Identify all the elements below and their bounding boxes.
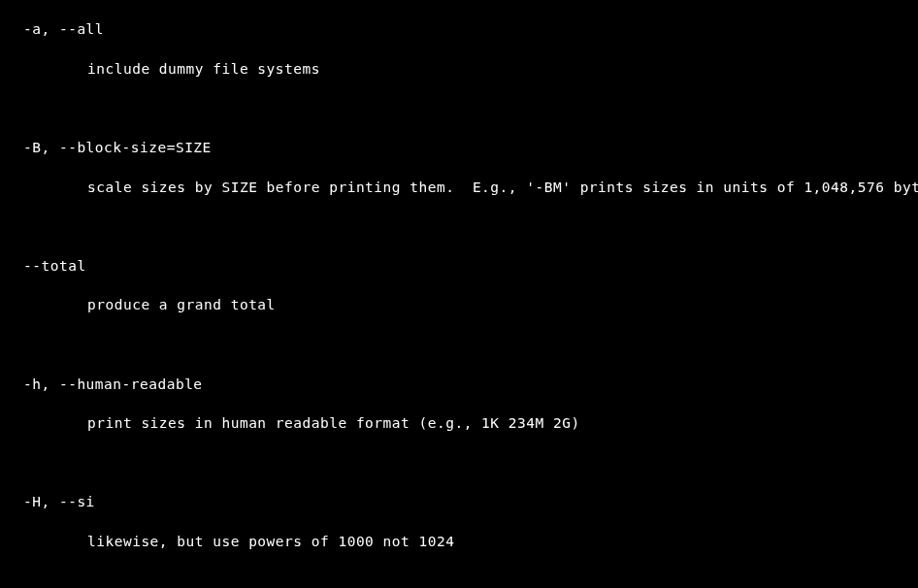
option-flag: --total — [0, 256, 918, 276]
blank-line — [0, 453, 918, 473]
blank-line — [0, 216, 918, 236]
option-flag: -H, --si — [0, 492, 918, 511]
option-desc: likewise, but use powers of 1000 not 102… — [0, 532, 918, 551]
option-desc: print sizes in human readable format (e.… — [0, 413, 918, 433]
option-desc: produce a grand total — [0, 295, 918, 314]
option-flag: -a, --all — [0, 19, 918, 39]
option-flag: -B, --block-size=SIZE — [0, 138, 918, 157]
blank-line — [0, 572, 918, 588]
option-desc: include dummy file systems — [0, 59, 918, 79]
man-page-content: -a, --all include dummy file systems -B,… — [0, 0, 918, 588]
option-flag: -h, --human-readable — [0, 375, 918, 394]
blank-line — [0, 98, 918, 117]
blank-line — [0, 335, 918, 354]
option-desc: scale sizes by SIZE before printing them… — [0, 178, 918, 197]
